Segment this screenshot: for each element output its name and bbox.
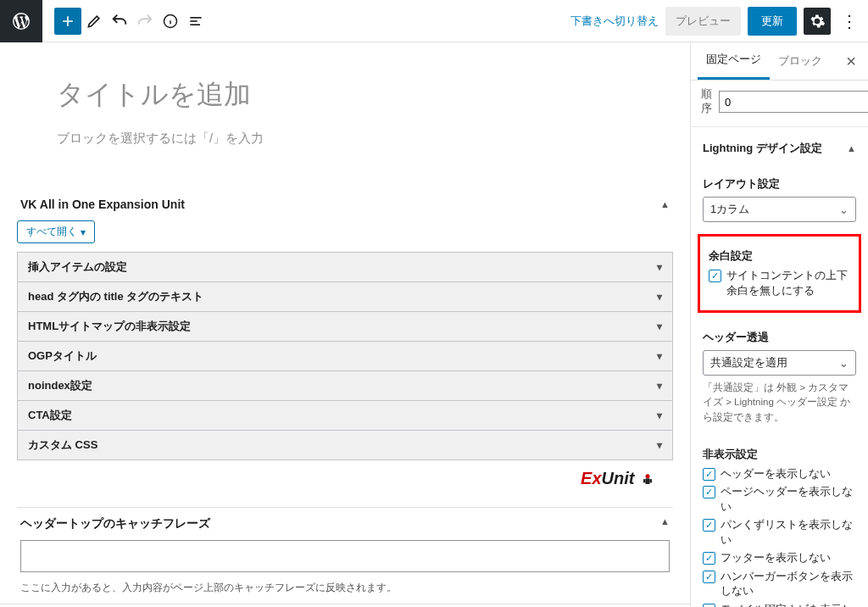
layout-setting: レイアウト設定 1カラム⌄	[691, 166, 868, 229]
chevron-down-icon: ▾	[657, 350, 662, 362]
update-button[interactable]: 更新	[748, 7, 797, 36]
redo-icon	[132, 0, 158, 42]
edit-mode-icon[interactable]	[81, 0, 107, 42]
checkbox-checked-icon[interactable]: ✓	[709, 270, 721, 282]
margin-setting-highlight: 余白設定 ✓ サイトコンテントの上下余白を無しにする	[698, 234, 861, 313]
hide-page-header-row[interactable]: ✓ページヘッダーを表示しない	[703, 485, 856, 515]
chevron-down-icon: ⌄	[839, 357, 849, 370]
outline-icon[interactable]	[183, 0, 209, 42]
chevron-up-icon[interactable]: ▲	[660, 199, 670, 209]
svg-rect-7	[646, 478, 650, 484]
vk-section-insert-items[interactable]: 挿入アイテムの設定▾	[17, 252, 673, 282]
chevron-down-icon: ⌄	[839, 203, 849, 216]
catchphrase-note: ここに入力があると、入力内容がページ上部のキャッチフレーズに反映されます。	[20, 581, 670, 595]
editor-area[interactable]: タイトルを追加 ブロックを選択するには「/」を入力 VK All in One …	[0, 42, 690, 607]
vk-exunit-metabox: VK All in One Expansion Unit ▲ すべて開く ▾ 挿…	[17, 189, 673, 492]
chevron-down-icon: ▾	[657, 291, 662, 303]
vk-panel-header[interactable]: VK All in One Expansion Unit ▲	[17, 189, 673, 220]
tab-block[interactable]: ブロック	[770, 44, 831, 79]
exunit-logo: ExUnit	[17, 460, 673, 492]
hide-hamburger-row[interactable]: ✓ハンバーガーボタンを表示しない	[703, 570, 856, 599]
hide-breadcrumb-row[interactable]: ✓パンくずリストを表示しない	[703, 518, 856, 548]
vk-section-noindex[interactable]: noindex設定▾	[17, 371, 673, 401]
editor-topbar: 下書きへ切り替え プレビュー 更新 ⋮	[0, 0, 868, 42]
settings-sidebar: 固定ページ ブロック × 順序 Lightning デザイン設定 ▲ レイアウト…	[690, 42, 868, 607]
chevron-up-icon[interactable]: ▲	[660, 516, 670, 532]
chevron-down-icon: ▾	[657, 380, 662, 392]
checkbox-checked-icon[interactable]: ✓	[703, 486, 715, 498]
more-options-icon[interactable]: ⋮	[837, 11, 861, 31]
header-trans-title: ヘッダー透過	[703, 330, 856, 345]
hide-title: 非表示設定	[703, 447, 856, 462]
vk-panel-title: VK All in One Expansion Unit	[20, 198, 185, 211]
vk-section-ogp-title[interactable]: OGPタイトル▾	[17, 342, 673, 371]
chevron-down-icon: ▾	[657, 409, 662, 421]
switch-to-draft-link[interactable]: 下書きへ切り替え	[570, 14, 659, 29]
chevron-down-icon: ▾	[657, 320, 662, 332]
hide-mobile-nav-row[interactable]: ✓モバイル固定ナビを表示しない	[703, 603, 856, 607]
sidebar-tabs: 固定ページ ブロック ×	[691, 42, 868, 81]
catchphrase-title: ヘッダートップのキャッチフレーズ	[20, 516, 210, 532]
undo-icon[interactable]	[107, 0, 132, 42]
layout-title: レイアウト設定	[703, 176, 856, 192]
header-trans-note: 「共通設定」は 外観 > カスタマイズ > Lightning ヘッダー設定 か…	[703, 381, 856, 425]
header-transparent-setting: ヘッダー透過 共通設定を適用⌄ 「共通設定」は 外観 > カスタマイズ > Li…	[691, 320, 868, 437]
topbar-right: 下書きへ切り替え プレビュー 更新 ⋮	[570, 7, 868, 36]
svg-point-6	[646, 474, 650, 478]
checkbox-checked-icon[interactable]: ✓	[703, 519, 715, 532]
info-icon[interactable]	[158, 0, 183, 42]
topbar-left	[0, 0, 209, 42]
tab-page[interactable]: 固定ページ	[698, 42, 770, 80]
catchphrase-panel-header[interactable]: ヘッダートップのキャッチフレーズ ▲	[0, 508, 690, 540]
margin-title: 余白設定	[709, 248, 850, 264]
order-label: 順序	[701, 87, 712, 116]
bottom-status: 固定ページ	[0, 604, 690, 607]
add-block-button[interactable]	[54, 8, 81, 35]
chevron-down-icon: ▾	[81, 226, 86, 238]
header-trans-select[interactable]: 共通設定を適用⌄	[703, 350, 856, 376]
title-input[interactable]: タイトルを追加	[57, 76, 633, 114]
chevron-down-icon: ▾	[657, 261, 662, 273]
order-row: 順序	[691, 81, 868, 123]
checkbox-checked-icon[interactable]: ✓	[703, 571, 715, 583]
preview-button[interactable]: プレビュー	[665, 7, 741, 36]
wordpress-logo[interactable]	[0, 0, 42, 42]
chevron-up-icon[interactable]: ▲	[847, 143, 856, 153]
svg-rect-8	[643, 479, 646, 482]
order-input[interactable]	[719, 91, 868, 113]
settings-button[interactable]	[804, 8, 831, 35]
hide-header-row[interactable]: ✓ヘッダーを表示しない	[703, 467, 856, 482]
open-all-button[interactable]: すべて開く ▾	[17, 220, 95, 243]
checkbox-checked-icon[interactable]: ✓	[703, 468, 715, 481]
hide-setting: 非表示設定 ✓ヘッダーを表示しない ✓ページヘッダーを表示しない ✓パンくずリス…	[691, 437, 868, 607]
catchphrase-textarea[interactable]	[20, 540, 670, 572]
margin-checkbox-row[interactable]: ✓ サイトコンテントの上下余白を無しにする	[709, 269, 850, 298]
checkbox-checked-icon[interactable]: ✓	[703, 604, 715, 607]
close-icon[interactable]: ×	[841, 52, 861, 71]
chevron-down-icon: ▾	[657, 439, 662, 451]
vk-section-html-sitemap[interactable]: HTMLサイトマップの非表示設定▾	[17, 312, 673, 342]
vk-section-head-title[interactable]: head タグ内の title タグのテキスト▾	[17, 282, 673, 312]
checkbox-checked-icon[interactable]: ✓	[703, 552, 715, 565]
block-prompt[interactable]: ブロックを選択するには「/」を入力	[57, 131, 633, 147]
hide-footer-row[interactable]: ✓フッターを表示しない	[703, 551, 856, 566]
vk-section-cta[interactable]: CTA設定▾	[17, 401, 673, 431]
design-panel-header[interactable]: Lightning デザイン設定 ▲	[691, 131, 868, 166]
vk-sections-list: 挿入アイテムの設定▾ head タグ内の title タグのテキスト▾ HTML…	[17, 252, 673, 460]
vk-section-custom-css[interactable]: カスタム CSS▾	[17, 431, 673, 460]
layout-select[interactable]: 1カラム⌄	[703, 197, 856, 222]
svg-rect-9	[650, 479, 653, 482]
